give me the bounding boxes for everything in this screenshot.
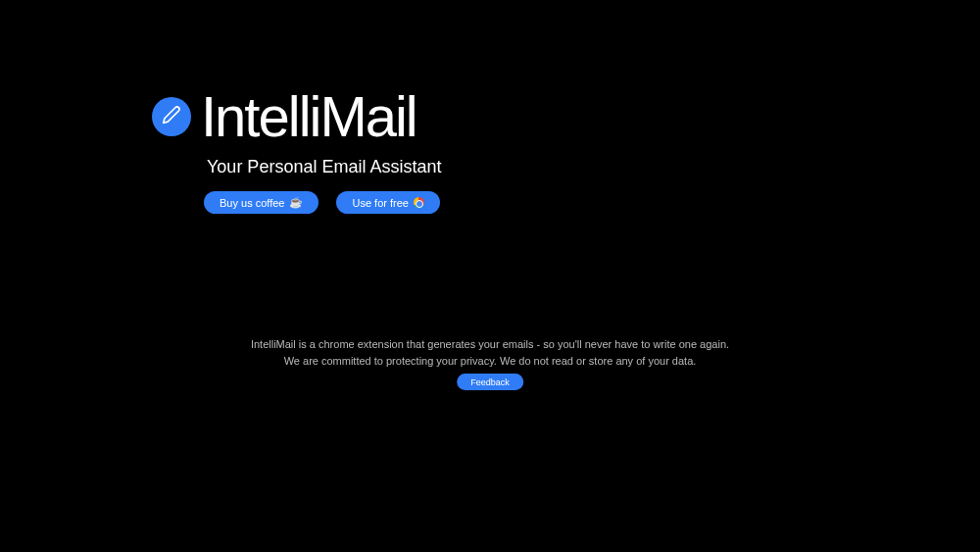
chrome-icon <box>414 197 424 208</box>
logo-badge <box>152 97 191 136</box>
coffee-icon: ☕ <box>289 197 303 208</box>
tagline: Your Personal Email Assistant <box>207 157 441 177</box>
cta-row: Buy us coffee ☕ Use for free <box>204 191 441 214</box>
hero: IntelliMail Your Personal Email Assistan… <box>152 88 441 214</box>
brand-title: IntelliMail <box>201 88 416 145</box>
use-free-label: Use for free <box>352 197 408 209</box>
footer-line-2: We are committed to protecting your priv… <box>0 353 980 370</box>
feedback-button[interactable]: Feedback <box>457 374 523 390</box>
footer-description: IntelliMail is a chrome extension that g… <box>0 336 980 369</box>
use-free-button[interactable]: Use for free <box>336 191 439 214</box>
footer-line-1: IntelliMail is a chrome extension that g… <box>251 338 729 350</box>
logo-row: IntelliMail <box>152 88 441 145</box>
pencil-icon <box>162 105 181 128</box>
buy-coffee-label: Buy us coffee <box>220 197 284 209</box>
buy-coffee-button[interactable]: Buy us coffee ☕ <box>204 191 318 214</box>
